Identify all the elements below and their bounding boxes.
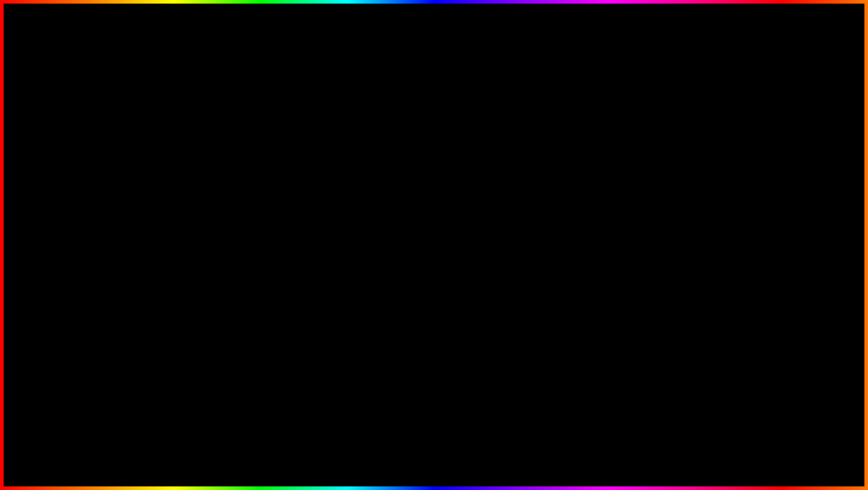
weapon-type-label: Select Your Weapon Type xyxy=(105,175,172,182)
player-aura-row[interactable]: Player Aura xyxy=(636,247,828,265)
chevron-icon-spam: ∧ xyxy=(818,225,821,231)
window-left-body: 🏠 Main Farm 📍 Teleport ⚔ Upgrade Weapon … xyxy=(40,152,291,300)
title-f: F xyxy=(414,9,458,83)
pastebin-text: PASTEBIN xyxy=(545,435,761,480)
star-icon: ✦ xyxy=(45,204,52,210)
material-badge-2: Material xyxy=(184,232,202,237)
material-card-monster-magnet[interactable]: Material x1 ⚓ MonsterMagnet xyxy=(105,228,173,296)
choose-method-text: Level xyxy=(265,158,278,164)
health-input[interactable] xyxy=(653,185,817,196)
sidebar-item-label: Teleport xyxy=(592,198,611,205)
window-right-minimize[interactable]: — xyxy=(802,141,810,148)
window-left-sidebar: 🏠 Main Farm 📍 Teleport ⚔ Upgrade Weapon … xyxy=(40,152,99,300)
username-label-right: Sky xyxy=(595,271,604,277)
sidebar-item-shop-r[interactable]: 🛒 Shop xyxy=(577,240,635,253)
health-input-value: 20 xyxy=(646,187,653,194)
title-t2: T xyxy=(583,9,627,83)
sword-icon: ⚔ xyxy=(45,188,52,195)
window-left: Hirimi Hub X — ✕ 🏠 Main Farm 📍 Teleport … xyxy=(40,136,291,301)
svg-rect-3 xyxy=(400,129,468,255)
window-right-titlebar: Hirimi Hub X — ✕ xyxy=(577,137,828,152)
sidebar-item-webhook[interactable]: 🔗 Webhook xyxy=(40,227,98,240)
chevron-down-icon: ∧ xyxy=(281,158,284,164)
sidebar-item-status[interactable]: ⊞ Status Server xyxy=(577,169,635,182)
window-left-close[interactable]: ✕ xyxy=(277,141,285,148)
window-left-title: Hirimi Hub X xyxy=(46,141,84,148)
leviathan-heart-name: LeviathanHeart xyxy=(200,278,228,291)
shop-icon-r: 🛒 xyxy=(582,243,589,249)
chevron-down-icon-2: ∧ xyxy=(281,176,284,182)
double-quest-row[interactable]: Double Quest xyxy=(99,206,291,224)
sidebar-item-teleport-r[interactable]: 📍 Teleport xyxy=(577,195,635,208)
double-quest-toggle[interactable] xyxy=(276,211,284,219)
spam-skill-row[interactable]: Spam Skill Option Z ∧ xyxy=(636,220,828,236)
monster-magnet-name: MonsterMagnet xyxy=(128,278,151,291)
raid-icon: ⚡ xyxy=(45,243,52,249)
type-mastery-row[interactable]: Type Mastery Farm Devil Fruit ∧ xyxy=(636,152,828,170)
window-right-title: Hirimi Hub X xyxy=(583,141,621,148)
farm-selected-toggle[interactable] xyxy=(276,193,284,201)
mastery-option-toggle[interactable]: ✓ xyxy=(813,207,821,215)
sidebar-user-right[interactable]: S Sky xyxy=(577,266,635,283)
bottom-update-line: UPDATE 20 SCRIPT PASTEBIN xyxy=(4,437,864,477)
skull-icon: ☠ xyxy=(780,410,801,436)
title-container: BLOX FRUITS xyxy=(4,13,864,79)
bg-figure xyxy=(355,49,513,298)
window-left-content: Choose Method To Farm Level ∧ Select You… xyxy=(99,152,291,300)
choose-method-value: Level ∧ xyxy=(265,158,284,164)
sidebar-item-v4-r[interactable]: ✦ V4 Upgrade xyxy=(577,227,635,240)
sidebar-item-teleport[interactable]: 📍 Teleport xyxy=(40,169,98,182)
webhook-icon: 🔗 xyxy=(45,230,52,236)
sidebar-item-label: Main xyxy=(592,159,604,165)
player-aura-toggle[interactable] xyxy=(813,252,821,260)
window-right-close[interactable]: ✕ xyxy=(814,141,822,148)
sidebar-item-main-farm[interactable]: 🏠 Main Farm xyxy=(40,156,98,169)
bottom-text: UPDATE 20 SCRIPT PASTEBIN xyxy=(4,437,864,477)
home-icon: 🏠 xyxy=(45,159,52,165)
star-icon-r: ✦ xyxy=(582,230,589,236)
weapon-type-row[interactable]: Select Your Weapon Type Melee ∧ xyxy=(99,170,291,188)
sidebar-item-label: Upgrade Weapon xyxy=(54,185,94,197)
sidebar-item-label: Status Server xyxy=(592,172,625,178)
script-text: SCRIPT xyxy=(367,435,526,480)
window-right-content: Type Mastery Farm Devil Fruit ∧ % Health… xyxy=(636,152,828,286)
title-l: L xyxy=(244,9,288,83)
material-count-2: x1 xyxy=(184,238,190,244)
sidebar-item-label: Shop xyxy=(592,243,604,249)
material-count-1: x1 xyxy=(110,238,115,244)
choose-method-row[interactable]: Choose Method To Farm Level ∧ xyxy=(99,152,291,170)
window-left-minimize[interactable]: — xyxy=(265,141,273,148)
sidebar-item-upgrade-r[interactable]: ⚙ Upgrade Weapon xyxy=(577,208,635,227)
weapon-type-value: Melee ∧ xyxy=(263,176,284,182)
sidebar-item-main-farm-r[interactable]: 🏠 Main Farm xyxy=(577,182,635,195)
sidebar-item-shop[interactable]: 🛒 Shop xyxy=(40,214,98,227)
sidebar-item-upgrade-weapon[interactable]: ⚔ Upgrade Weapon xyxy=(40,182,98,200)
double-quest-label: Double Quest xyxy=(105,211,141,218)
sidebar-item-v4[interactable]: ✦ V4 Upgrade xyxy=(40,200,98,214)
sidebar-item-label: Webhook xyxy=(55,230,77,236)
upgrade-icon-r: ⚙ xyxy=(582,214,589,221)
window-right-body: ◇ Main ⊞ Status Server 🏠 Main Farm 📍 Tel… xyxy=(577,152,828,286)
leviathan-heart-icon: 💙 xyxy=(197,245,231,276)
sidebar-item-label: Upgrade Weapon xyxy=(591,211,631,223)
card-menu-icon[interactable]: ··· xyxy=(237,232,243,239)
sidebar-user[interactable]: S Sky xyxy=(40,266,98,283)
sidebar-item-webhook-r[interactable]: 🔗 Webhook xyxy=(577,253,635,266)
type-mastery-label: Type Mastery Farm xyxy=(642,157,693,164)
sidebar-item-main[interactable]: ◇ Main xyxy=(577,156,635,169)
sidebar-item-label: V4 Upgrade xyxy=(55,204,84,210)
mastery-option-row[interactable]: Mastery Farm Option ✓ xyxy=(636,202,828,220)
type-mastery-value: Devil Fruit ∧ xyxy=(791,158,821,164)
material-card-leviathan-heart[interactable]: Material x1 ··· 💙 LeviathanHeart elected xyxy=(180,228,247,296)
webhook-icon-r: 🔗 xyxy=(582,256,589,263)
material-cards-container: Material x1 ⚓ MonsterMagnet Material x1 … xyxy=(99,224,291,300)
window-right-sidebar: ◇ Main ⊞ Status Server 🏠 Main Farm 📍 Tel… xyxy=(577,152,636,286)
x-text: X xyxy=(801,410,818,436)
teleport-icon-r: 📍 xyxy=(582,198,589,205)
sidebar-item-raid[interactable]: ⚡ Raid xyxy=(40,240,98,253)
sidebar-item-setting[interactable]: ⚙ Setting xyxy=(40,253,98,266)
bg-glow-left xyxy=(49,307,228,441)
farm-selected-row[interactable]: Farm Selected xyxy=(99,188,291,206)
health-row: % Health to send skill 20 xyxy=(636,170,828,202)
game-title: BLOX FRUITS xyxy=(4,13,864,79)
